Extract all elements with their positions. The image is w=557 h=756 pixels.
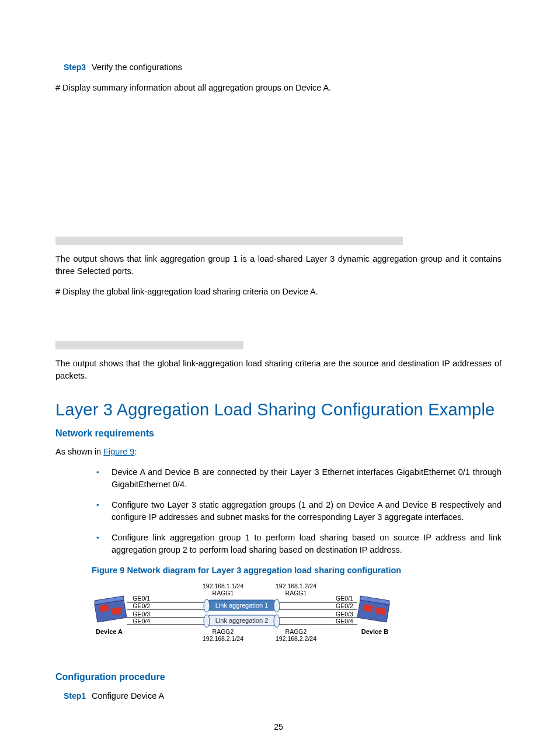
step1-row: Step1 Configure Device A — [55, 690, 502, 702]
netreq-intro-post: : — [134, 447, 137, 456]
page: Step3 Verify the configurations # Displa… — [0, 0, 557, 756]
left-port-1: GE0/1 — [133, 595, 150, 602]
svg-point-20 — [204, 615, 210, 627]
device-b-icon — [357, 596, 389, 622]
left-bot-ragg: RAGG2 — [213, 628, 234, 635]
page-number: 25 — [0, 721, 557, 733]
network-diagram: Link aggregation 1 Link aggregation 2 GE… — [92, 582, 502, 653]
list-item: Device A and Device B are connected by t… — [92, 466, 502, 491]
svg-point-19 — [274, 599, 280, 612]
step3-title: Verify the configurations — [92, 61, 502, 74]
netreq-intro-pre: As shown in — [55, 447, 103, 456]
step3-line2: # Display the global link-aggregation lo… — [55, 286, 502, 298]
step3-label: Step3 — [55, 61, 86, 73]
output-placeholder-2 — [92, 306, 502, 335]
right-port-3: GE0/3 — [336, 611, 353, 618]
right-port-1: GE0/1 — [336, 595, 353, 602]
list-item: Configure link aggregation group 1 to pe… — [92, 532, 502, 556]
step1-label: Step1 — [55, 690, 86, 702]
right-bot-ip: 192.168.2.2/24 — [276, 635, 316, 642]
svg-point-18 — [204, 599, 210, 612]
left-top-ragg: RAGG1 — [213, 589, 234, 597]
device-a-label: Device A — [96, 628, 123, 635]
step1-text: Configure Device A — [92, 690, 502, 702]
device-b-label: Device B — [361, 628, 389, 635]
section-title: Layer 3 Aggregation Load Sharing Configu… — [55, 397, 502, 422]
list-item: Configure two Layer 3 static aggregation… — [92, 499, 502, 523]
left-port-4: GE0/4 — [133, 618, 150, 625]
right-top-ragg: RAGG1 — [286, 589, 307, 597]
step3-outnote2: The output shows that the global link-ag… — [55, 358, 502, 382]
left-port-3: GE0/3 — [133, 611, 150, 618]
diagram-svg: Link aggregation 1 Link aggregation 2 GE… — [92, 582, 395, 653]
svg-point-21 — [274, 615, 280, 627]
network-requirements-heading: Network requirements — [55, 426, 502, 440]
step3-outnote1: The output shows that link aggregation g… — [55, 253, 502, 278]
right-port-2: GE0/2 — [336, 602, 353, 609]
step3-line1: # Display summary information about all … — [55, 82, 502, 94]
output-bar-1 — [55, 237, 403, 245]
configuration-procedure-heading: Configuration procedure — [55, 670, 502, 684]
netreq-intro: As shown in Figure 9: — [55, 446, 502, 458]
right-bot-ragg: RAGG2 — [286, 628, 307, 635]
link-agg-1-label: Link aggregation 1 — [215, 602, 269, 609]
device-a-icon — [95, 596, 127, 622]
left-port-2: GE0/2 — [133, 602, 150, 609]
right-top-ip: 192.168.1.2/24 — [276, 582, 316, 589]
left-top-ip: 192.168.1.1/24 — [203, 582, 243, 589]
figure-caption: Figure 9 Network diagram for Layer 3 agg… — [92, 564, 502, 577]
output-placeholder-1 — [92, 102, 502, 231]
left-bot-ip: 192.168.2.1/24 — [203, 635, 243, 642]
output-bar-2 — [55, 341, 243, 349]
figure-9-link[interactable]: Figure 9 — [103, 447, 134, 456]
step3-row: Step3 Verify the configurations — [55, 61, 502, 74]
right-port-4: GE0/4 — [336, 618, 353, 625]
link-agg-2-label: Link aggregation 2 — [215, 617, 269, 624]
netreq-bullets: Device A and Device B are connected by t… — [55, 466, 502, 556]
